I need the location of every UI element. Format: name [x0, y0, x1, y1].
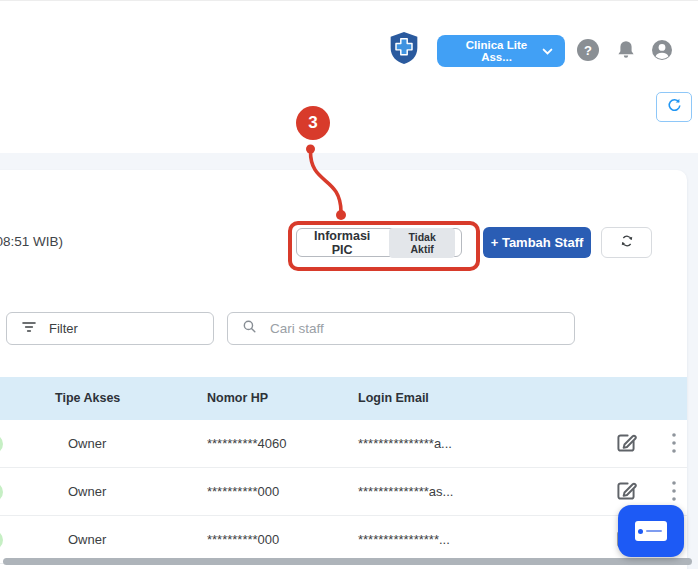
cell-tipe-akses: Owner: [68, 532, 106, 547]
tambah-staff-button[interactable]: + Tambah Staff: [483, 227, 591, 258]
annotation-step-badge: 3: [296, 106, 330, 140]
refresh-icon: [666, 97, 683, 117]
help-icon[interactable]: ?: [577, 39, 599, 61]
edit-staff-button[interactable]: [612, 478, 640, 506]
column-header-nomor-hp: Nomor HP: [207, 391, 268, 405]
cell-tipe-akses: Owner: [68, 436, 106, 451]
table-row: Owner **********000 ****************...: [0, 516, 687, 564]
filter-button[interactable]: Filter: [6, 312, 214, 345]
status-badge-tidak-aktif: Tidak Aktif: [389, 228, 455, 258]
table-row: Owner **********4060 ***************a...: [0, 420, 687, 468]
screen: Clinica Lite Ass... ?: [0, 0, 698, 569]
column-header-login-email: Login Email: [358, 391, 429, 405]
table-row: Owner **********000 **************as...: [0, 468, 687, 516]
cell-nomor-hp: **********000: [207, 484, 279, 499]
search-icon: [241, 318, 258, 339]
refresh-button[interactable]: [656, 92, 692, 122]
active-status-dot: [0, 482, 3, 502]
active-status-dot: [0, 434, 3, 454]
cell-login-email: **************as...: [358, 484, 453, 499]
help-glyph: ?: [584, 43, 592, 58]
informasi-pic-button[interactable]: Informasi PIC Tidak Aktif: [296, 228, 462, 257]
table-header-row: Tipe Akses Nomor HP Login Email: [0, 377, 687, 420]
chevron-down-icon: [542, 45, 553, 57]
last-updated-time: (08:51 WIB): [0, 234, 63, 249]
cell-tipe-akses: Owner: [68, 484, 106, 499]
search-input[interactable]: [268, 320, 552, 337]
chat-widget-text-line: [646, 530, 662, 533]
cell-nomor-hp: **********4060: [207, 436, 287, 451]
account-icon[interactable]: [650, 38, 674, 62]
filter-icon: [21, 320, 37, 337]
cell-login-email: ****************...: [358, 532, 450, 547]
column-header-tipe-akses: Tipe Akses: [55, 391, 120, 405]
cell-login-email: ***************a...: [358, 436, 452, 451]
clinic-shield-logo-icon: [388, 28, 420, 68]
sync-icon: [619, 233, 635, 252]
chat-widget-icon: [635, 521, 667, 541]
row-menu-kebab-icon[interactable]: [664, 479, 684, 505]
clinic-selector-button[interactable]: Clinica Lite Ass...: [437, 35, 565, 67]
informasi-pic-label: Informasi PIC: [303, 229, 381, 257]
chat-widget-button[interactable]: [618, 505, 684, 557]
sync-button[interactable]: [601, 227, 652, 258]
edit-staff-button[interactable]: [612, 430, 640, 458]
cell-nomor-hp: **********000: [207, 532, 279, 547]
horizontal-scrollbar[interactable]: [3, 558, 692, 565]
row-menu-kebab-icon[interactable]: [664, 431, 684, 457]
filter-label: Filter: [49, 321, 78, 336]
notifications-bell-icon[interactable]: [614, 38, 638, 62]
search-box: [227, 312, 575, 345]
active-status-dot: [0, 530, 3, 550]
chat-widget-logo-dot: [638, 529, 643, 534]
top-divider: [0, 0, 698, 1]
clinic-selector-label: Clinica Lite Ass...: [451, 39, 542, 63]
